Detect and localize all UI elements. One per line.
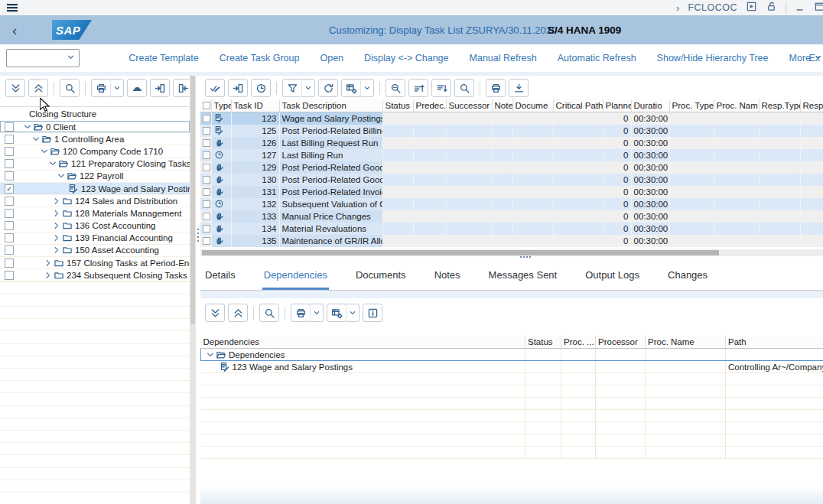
expand-all-button[interactable] [5, 79, 25, 97]
dep-col-header-dependencies[interactable]: Dependencies [201, 336, 525, 349]
refresh-button[interactable] [318, 79, 338, 97]
tab-dependencies[interactable]: Dependencies [262, 269, 329, 290]
show-hide-hierarchy-tree-button[interactable]: Show/Hide Hierarchy Tree [657, 53, 769, 63]
manual-refresh-button[interactable]: Manual Refresh [470, 53, 537, 63]
tree-item-checkbox[interactable] [5, 259, 14, 268]
clock-button[interactable] [251, 79, 271, 97]
tree-item[interactable]: 124 Sales and Distribution [0, 195, 190, 207]
col-header-proc-nam[interactable]: Proc. Nam [714, 99, 759, 112]
task-row[interactable]: 123Wage and Salary Postings000:30:00 [200, 112, 823, 125]
task-row[interactable]: 133Manual Price Changes000:30:00 [200, 210, 823, 223]
dep-col-header-proc-name[interactable]: Proc. Name [646, 336, 726, 349]
row-checkbox[interactable] [203, 139, 210, 147]
dep-col-header-path[interactable]: Path [726, 336, 823, 349]
tree-item[interactable]: 234 Subsequent Closing Tasks [0, 269, 190, 281]
tree-item-checkbox[interactable]: ✓ [5, 184, 14, 193]
display-change-button[interactable]: Display <-> Change [364, 53, 448, 63]
dep-col-header-processor[interactable]: Processor [596, 336, 646, 349]
col-header-resp[interactable]: Resp [800, 99, 823, 112]
tab-messages-sent[interactable]: Messages Sent [487, 269, 559, 290]
open-button[interactable]: Open [320, 53, 343, 63]
row-checkbox[interactable] [203, 115, 210, 122]
dependency-row[interactable]: Dependencies [201, 349, 823, 361]
gui-play-icon[interactable] [746, 1, 757, 15]
collapse-node-icon[interactable] [48, 159, 57, 168]
row-checkbox[interactable] [203, 127, 210, 135]
tree-item[interactable]: 120 Company Code 1710 [0, 145, 190, 158]
col-header-status[interactable]: Status [382, 99, 413, 112]
col-header-critical-path[interactable]: Critical Path [553, 99, 603, 112]
tree-item[interactable]: 122 Payroll [0, 171, 190, 183]
automatic-refresh-button[interactable]: Automatic Refresh [558, 53, 636, 63]
collapse-node-icon[interactable] [206, 350, 215, 359]
row-checkbox[interactable] [203, 213, 210, 220]
minimize-icon[interactable] [795, 2, 805, 15]
filter-dropdown-button[interactable] [301, 79, 315, 97]
edit-check-button[interactable] [205, 79, 225, 97]
exit-button[interactable]: Ex [804, 52, 823, 64]
tree-item-checkbox[interactable] [5, 233, 14, 242]
tree-item[interactable]: 1 Controlling Area [0, 133, 190, 145]
tab-details[interactable]: Details [203, 269, 237, 290]
tree-item[interactable]: 157 Closing Tasks at Period-End [0, 257, 190, 269]
layout-dropdown-button[interactable] [346, 304, 359, 322]
expand-node-icon[interactable] [52, 197, 61, 206]
search-button[interactable] [454, 79, 474, 97]
row-checkbox[interactable] [203, 225, 210, 232]
collapse-node-icon[interactable] [23, 122, 32, 132]
tree-item-checkbox[interactable] [5, 245, 14, 255]
collapse-all-button[interactable] [228, 304, 248, 322]
print-button[interactable] [91, 79, 111, 97]
tab-notes[interactable]: Notes [433, 269, 462, 290]
tab-changes[interactable]: Changes [666, 269, 709, 290]
hamburger-menu-icon[interactable] [6, 2, 18, 14]
row-checkbox[interactable] [203, 151, 210, 159]
print-dropdown-button[interactable] [310, 304, 324, 322]
col-header-docume[interactable]: Docume [512, 99, 553, 112]
tree-item[interactable]: 150 Asset Accounting [0, 245, 190, 257]
col-header-type[interactable]: Type [211, 99, 231, 112]
tree-item-checkbox[interactable] [5, 271, 14, 280]
transfer-in-button[interactable] [150, 79, 170, 97]
tree-item[interactable]: 121 Preparatory Closing Tasks [0, 158, 190, 171]
tree-item[interactable]: 0 Client [0, 121, 190, 133]
layout-button[interactable] [341, 79, 361, 97]
task-row[interactable]: 125Post Period-Related Billing D000:30:0… [200, 125, 823, 137]
tree-item-checkbox[interactable] [5, 209, 14, 218]
search-button[interactable] [60, 79, 80, 97]
row-checkbox[interactable] [203, 176, 210, 184]
col-header-planned[interactable]: Planned [603, 99, 631, 112]
info-button[interactable] [363, 304, 382, 322]
col-header-duratio[interactable]: Duratio [631, 99, 669, 112]
col-header-predec-[interactable]: Predec. [413, 99, 446, 112]
dependency-row[interactable]: 123 Wage and Salary PostingsControlling … [201, 361, 823, 373]
task-row[interactable]: 132Subsequent Valuation of Goo000:30:00 [200, 198, 823, 210]
create-template-button[interactable]: Create Template [128, 53, 199, 63]
task-table-horizontal-scrollbar[interactable] [200, 249, 823, 256]
col-header-select[interactable] [200, 99, 211, 112]
tree-item-checkbox[interactable] [5, 135, 14, 144]
task-row[interactable]: 135Maintenance of GR/IR Allocat000:30:00 [200, 235, 823, 247]
expand-node-icon[interactable] [52, 233, 61, 242]
download-button[interactable] [509, 79, 529, 97]
col-header-proc-type[interactable]: Proc. Type [669, 99, 714, 112]
task-row[interactable]: 127Last Billing Run000:30:00 [200, 149, 823, 161]
transfer-in-button[interactable] [228, 79, 248, 97]
expand-node-icon[interactable] [44, 259, 53, 268]
create-task-group-button[interactable]: Create Task Group [220, 53, 300, 63]
zoom-button[interactable] [385, 79, 405, 97]
task-row[interactable]: 131Post Period-Related Invoices000:30:00 [200, 186, 823, 198]
tab-output-logs[interactable]: Output Logs [584, 269, 641, 290]
tab-documents[interactable]: Documents [354, 269, 408, 290]
expand-node-icon[interactable] [52, 209, 61, 218]
sort-asc-button[interactable] [408, 79, 428, 97]
tree-item[interactable]: ✓123 Wage and Salary Postings [0, 183, 190, 195]
command-combobox[interactable] [6, 49, 80, 67]
col-header-task-id[interactable]: Task ID [231, 99, 279, 112]
expand-all-button[interactable] [205, 304, 225, 322]
row-checkbox[interactable] [203, 188, 210, 196]
expand-node-icon[interactable] [52, 245, 61, 255]
splitter-grip-icon[interactable] [197, 229, 199, 242]
collapse-node-icon[interactable] [40, 147, 49, 156]
select-all-checkbox[interactable] [203, 102, 210, 109]
